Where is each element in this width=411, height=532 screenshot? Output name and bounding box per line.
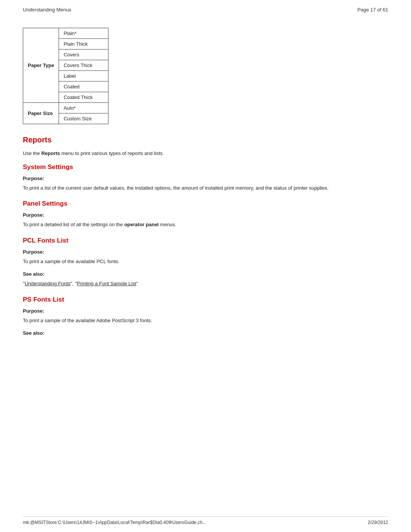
paper-size-value-1: Auto*: [59, 103, 108, 113]
panel-settings-purpose-text: To print a detailed list of all the sett…: [23, 221, 388, 228]
system-settings-purpose-label: Purpose:: [23, 176, 388, 181]
paper-type-table: Paper Type Plain* Plain Thick Covers Cov…: [23, 28, 108, 124]
page-header: Understanding Menus Page 17 of 61: [0, 0, 411, 16]
main-content: Paper Type Plain* Plain Thick Covers Cov…: [0, 16, 411, 367]
paper-type-value-5: Label: [59, 71, 108, 81]
paper-size-value-2: Custom Size: [59, 113, 108, 124]
paper-size-label: Paper Size: [23, 103, 59, 124]
panel-settings-purpose-label: Purpose:: [23, 212, 388, 218]
pcl-fonts-see-also-label: See also:: [23, 271, 388, 277]
printing-font-sample-link[interactable]: Printing a Font Sample List: [77, 281, 136, 286]
page-footer: mk:@MSITStore:C:\Users\14JMIS~1\AppData\…: [23, 516, 388, 525]
paper-type-value-1: Plain*: [59, 28, 108, 39]
panel-settings-section: Panel Settings Purpose: To print a detai…: [23, 200, 388, 228]
reports-section: Reports Use the Reports menu to print va…: [23, 136, 388, 336]
paper-type-label: Paper Type: [23, 28, 59, 103]
pcl-fonts-see-also-links: "Understanding Fonts", "Printing a Font …: [23, 280, 388, 288]
paper-type-value-4: Covers Thick: [59, 60, 108, 71]
page-info: Page 17 of 61: [357, 7, 388, 13]
footer-path: mk:@MSITStore:C:\Users\14JMIS~1\AppData\…: [23, 520, 206, 525]
table-row: Paper Size Auto*: [23, 103, 108, 113]
pcl-fonts-section: PCL Fonts List Purpose: To print a sampl…: [23, 237, 388, 288]
ps-fonts-heading: PS Fonts List: [23, 296, 388, 304]
ps-fonts-purpose-text: To print a sample of the available Adobe…: [23, 317, 388, 324]
pcl-fonts-heading: PCL Fonts List: [23, 237, 388, 244]
system-settings-section: System Settings Purpose: To print a list…: [23, 163, 388, 192]
pcl-fonts-purpose-text: To print a sample of the available PCL f…: [23, 258, 388, 265]
understanding-fonts-link[interactable]: Understanding Fonts: [25, 281, 71, 286]
footer-date: 2/29/2012: [368, 520, 388, 525]
system-settings-purpose-text: To print a list of the current user defa…: [23, 184, 388, 192]
pcl-fonts-purpose-label: Purpose:: [23, 249, 388, 255]
paper-type-value-7: Coated Thick: [59, 92, 108, 103]
ps-fonts-see-also-label: See also:: [23, 330, 388, 336]
ps-fonts-section: PS Fonts List Purpose: To print a sample…: [23, 296, 388, 336]
paper-type-value-2: Plain Thick: [59, 39, 108, 50]
page-title: Understanding Menus: [23, 7, 71, 13]
operator-panel-bold: operator panel: [124, 222, 159, 227]
panel-settings-heading: Panel Settings: [23, 200, 388, 208]
table-row: Paper Type Plain*: [23, 28, 108, 39]
paper-type-value-6: Coated: [59, 81, 108, 92]
system-settings-heading: System Settings: [23, 163, 388, 171]
reports-bold: Reports: [41, 150, 60, 156]
ps-fonts-purpose-label: Purpose:: [23, 308, 388, 314]
reports-heading: Reports: [23, 136, 388, 144]
reports-intro: Use the Reports menu to print various ty…: [23, 150, 388, 157]
paper-type-value-3: Covers: [59, 50, 108, 60]
